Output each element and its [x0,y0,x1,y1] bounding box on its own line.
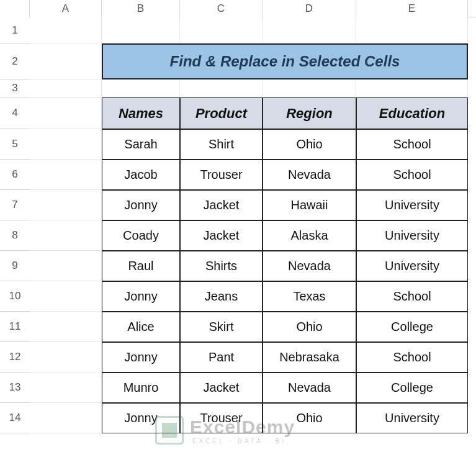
cell-A14[interactable] [30,403,102,433]
table-cell[interactable]: Jonny [102,281,180,312]
table-cell[interactable]: Nebrasaka [263,342,356,373]
cell-A2[interactable] [30,43,102,79]
table-cell[interactable]: Hawaii [263,190,356,220]
row-header-9[interactable]: 9 [0,251,30,281]
table-cell[interactable]: Jonny [102,190,180,220]
row-header-12[interactable]: 12 [0,342,30,373]
table-cell[interactable]: Alice [102,312,180,342]
column-header-C[interactable]: C [180,0,263,17]
table-cell[interactable]: University [356,220,468,251]
cell-A7[interactable] [30,190,102,220]
table-cell[interactable]: Texas [263,281,356,312]
column-header-D[interactable]: D [263,0,356,17]
table-header-product[interactable]: Product [180,97,263,129]
table-cell[interactable]: Shirt [180,129,263,160]
cell-A13[interactable] [30,373,102,403]
cell-A9[interactable] [30,251,102,281]
table-cell[interactable]: Nevada [263,251,356,281]
table-cell[interactable]: Jeans [180,281,263,312]
cell-A11[interactable] [30,312,102,342]
table-cell[interactable]: Munro [102,373,180,403]
row-header-6[interactable]: 6 [0,160,30,190]
cell-B1[interactable] [102,17,180,43]
row-header-7[interactable]: 7 [0,190,30,220]
cell-C3[interactable] [180,79,263,97]
cell-D3[interactable] [263,79,356,97]
table-cell[interactable]: Nevada [263,160,356,190]
cell-A8[interactable] [30,220,102,251]
table-cell[interactable]: School [356,160,468,190]
table-cell[interactable]: Trouser [180,160,263,190]
table-cell[interactable]: Ohio [263,312,356,342]
table-cell[interactable]: Coady [102,220,180,251]
cell-A10[interactable] [30,281,102,312]
table-cell[interactable]: College [356,373,468,403]
table-cell[interactable]: College [356,312,468,342]
table-cell[interactable]: University [356,251,468,281]
row-header-1[interactable]: 1 [0,17,30,43]
row-header-4[interactable]: 4 [0,97,30,129]
table-cell[interactable]: Jonny [102,403,180,433]
cell-B3[interactable] [102,79,180,97]
table-cell[interactable]: Shirts [180,251,263,281]
select-all-corner[interactable] [0,0,30,17]
table-cell[interactable]: University [356,190,468,220]
table-cell[interactable]: Pant [180,342,263,373]
table-cell[interactable]: Trouser [180,403,263,433]
table-cell[interactable]: Jacket [180,190,263,220]
table-header-names[interactable]: Names [102,97,180,129]
row-header-14[interactable]: 14 [0,403,30,433]
row-header-13[interactable]: 13 [0,373,30,403]
table-cell[interactable]: Sarah [102,129,180,160]
table-cell[interactable]: Jacket [180,373,263,403]
cell-A12[interactable] [30,342,102,373]
cell-A6[interactable] [30,160,102,190]
column-headers: ABCDE [0,0,476,17]
table-cell[interactable]: Jonny [102,342,180,373]
cell-A1[interactable] [30,17,102,43]
table-cell[interactable]: Alaska [263,220,356,251]
table-cell[interactable]: School [356,129,468,160]
cell-E1[interactable] [356,17,468,43]
table-cell[interactable]: School [356,281,468,312]
table-cell[interactable]: Ohio [263,129,356,160]
watermark-tagline: EXCEL · DATA · BI [192,438,295,445]
table-cell[interactable]: Ohio [263,403,356,433]
column-header-A[interactable]: A [30,0,102,17]
cell-C1[interactable] [180,17,263,43]
row-header-11[interactable]: 11 [0,312,30,342]
cell-D1[interactable] [263,17,356,43]
cell-A5[interactable] [30,129,102,160]
row-header-3[interactable]: 3 [0,79,30,97]
table-cell[interactable]: Jacket [180,220,263,251]
cell-A3[interactable] [30,79,102,97]
title-cell[interactable]: Find & Replace in Selected Cells [102,43,468,79]
row-header-5[interactable]: 5 [0,129,30,160]
column-header-B[interactable]: B [102,0,180,17]
spreadsheet: ABCDE 1234567891011121314 Find & Replace… [0,0,476,452]
table-cell[interactable]: Raul [102,251,180,281]
row-header-2[interactable]: 2 [0,43,30,79]
column-header-E[interactable]: E [356,0,468,17]
cell-E3[interactable] [356,79,468,97]
cell-A4[interactable] [30,97,102,129]
table-cell[interactable]: Nevada [263,373,356,403]
table-header-region[interactable]: Region [263,97,356,129]
row-header-8[interactable]: 8 [0,220,30,251]
table-cell[interactable]: University [356,403,468,433]
table-cell[interactable]: School [356,342,468,373]
table-header-education[interactable]: Education [356,97,468,129]
row-header-10[interactable]: 10 [0,281,30,312]
table-cell[interactable]: Skirt [180,312,263,342]
row-headers: 1234567891011121314 [0,17,30,433]
table-cell[interactable]: Jacob [102,160,180,190]
